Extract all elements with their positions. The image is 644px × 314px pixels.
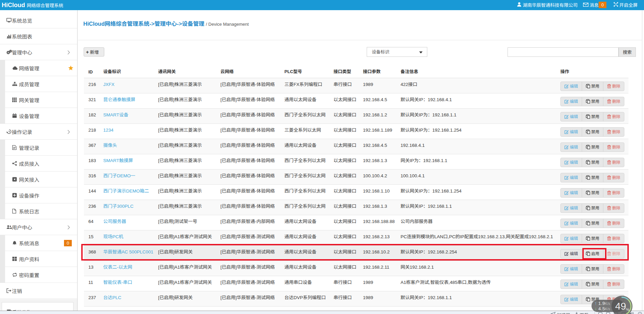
svg-text:%: % bbox=[626, 308, 629, 312]
svg-text:49: 49 bbox=[615, 301, 626, 312]
svg-text:?: ? bbox=[639, 313, 641, 314]
